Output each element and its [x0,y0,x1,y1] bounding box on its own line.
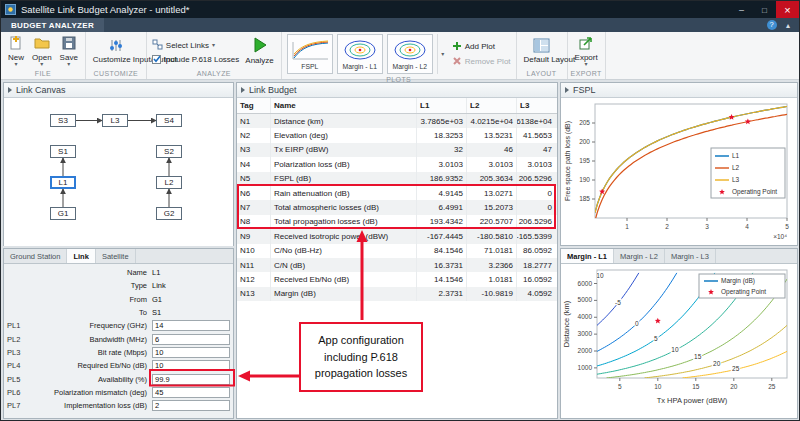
property-row: NameL1 [4,266,233,279]
canvas-node-s1[interactable]: S1 [50,145,76,158]
section-layout: Default Layout LAYOUT [517,32,568,79]
svg-text:4000: 4000 [578,313,593,320]
property-label: Name [33,268,152,277]
plots-gallery-expand-button[interactable] [437,34,448,74]
canvas-node-l3[interactable]: L3 [102,114,128,127]
budget-value: -10.9819 [467,287,517,301]
budget-row-n6[interactable]: N6Rain attenuation (dB)4.914513.02710 [237,186,557,200]
budget-cell: N2 [237,128,271,142]
property-value-type: Link [152,281,230,290]
svg-text:185: 185 [579,195,590,202]
property-value-frequency-ghz[interactable]: 14 [152,320,230,331]
svg-text:4: 4 [745,223,749,230]
budget-value: 206.5296 [517,215,555,229]
select-links-button[interactable]: Select Links [152,39,239,52]
default-layout-button[interactable]: Default Layout [522,37,562,66]
tab-margin-l1[interactable]: Margin - L1 [561,249,614,263]
property-value-required-eb-no-db[interactable]: 10 [152,360,230,371]
canvas-node-l2[interactable]: L2 [156,176,182,189]
property-value-availability[interactable]: 99.9 [152,374,230,385]
property-row: PL3Bit rate (Mbps)10 [4,346,233,359]
budget-value: 4.0215e+04 [467,114,517,128]
budget-row-n2[interactable]: N2Elevation (deg)18.325313.523141.5653 [237,128,557,142]
budget-row-n10[interactable]: N10C/No (dB-Hz)84.154671.018186.0592 [237,244,557,258]
budget-row-n13[interactable]: N13Margin (dB)2.3731-10.98194.0592 [237,287,557,301]
tab-satellite[interactable]: Satellite [96,249,136,263]
minimize-button[interactable] [730,1,753,18]
new-button[interactable]: New [6,34,26,68]
tab-margin-l3[interactable]: Margin - L3 [665,249,716,263]
canvas-node-s2[interactable]: S2 [156,145,182,158]
budget-row-n8[interactable]: N8Total propagation losses (dB)193.43422… [237,215,557,229]
contour-rings-icon [390,39,430,62]
canvas-node-g1[interactable]: G1 [50,207,76,220]
analyze-button[interactable]: Analyze [243,36,275,66]
canvas-node-l1[interactable]: L1 [50,176,76,189]
save-button[interactable]: Save [58,34,80,68]
include-p618-checkbox[interactable]: Include P.618 Losses [152,55,239,64]
close-button[interactable] [776,1,799,18]
budget-cell: N8 [237,215,271,229]
property-value-bit-rate-mbps[interactable]: 10 [152,347,230,358]
budget-value: 3.0103 [517,157,555,171]
budget-row-n9[interactable]: N9Received isotropic power (dBW)-167.444… [237,229,557,243]
window-title: Satellite Link Budget Analyzer - untitle… [21,4,730,15]
property-value-implementation-loss-db[interactable]: 2 [152,400,230,411]
budget-value: 14.1546 [417,272,467,286]
remove-plot-button[interactable]: Remove Plot [452,56,511,68]
budget-value: 0 [517,186,555,200]
help-button[interactable] [765,19,778,30]
budget-value: 32 [417,143,467,157]
tab-ground-station[interactable]: Ground Station [4,249,67,263]
property-value-polarization-mismatch-deg[interactable]: 45 [152,387,230,398]
tab-budget-analyzer[interactable]: BUDGET ANALYZER [1,18,104,32]
tab-margin-l2[interactable]: Margin - L2 [614,249,665,263]
link-budget-header[interactable]: Link Budget [237,83,557,98]
budget-value: 86.0592 [517,244,555,258]
budget-row-n4[interactable]: N4Polarization loss (dB)3.01033.01033.01… [237,157,557,171]
chevron-up-icon [786,21,790,30]
budget-row-n12[interactable]: N12Received Eb/No (dB)14.15461.018116.05… [237,272,557,286]
svg-text:15: 15 [692,383,700,390]
plot-thumb-fspl[interactable]: FSPL [287,34,333,74]
property-label: Implementation loss (dB) [33,401,152,410]
plot-thumb-margin-l2[interactable]: Margin - L2 [387,34,433,74]
budget-row-n3[interactable]: N3Tx EIRP (dBW)324647 [237,143,557,157]
customize-io-button[interactable]: Customize Input/Output [91,37,141,66]
plot-thumb-margin-l1[interactable]: Margin - L1 [337,34,383,74]
export-dropdown-icon [585,62,588,67]
property-value-bandwidth-mhz[interactable]: 6 [152,334,230,345]
canvas-node-g2[interactable]: G2 [156,207,182,220]
budget-row-n1[interactable]: N1Distance (km)3.7865e+034.0215e+043.613… [237,114,557,128]
canvas-node-s4[interactable]: S4 [156,114,182,127]
budget-row-n11[interactable]: N11C/N (dB)16.37313.236618.2777 [237,258,557,272]
budget-value: 2.3731 [417,287,467,301]
fspl-curves-icon [290,39,330,62]
budget-value: 46 [467,143,517,157]
tab-link[interactable]: Link [67,249,95,263]
property-row: TypeLink [4,279,233,292]
svg-text:6000: 6000 [578,280,593,287]
budget-cell: N5 [237,172,271,186]
layout-grid-icon [533,38,550,55]
link-canvas-panel: Link Canvas S3L3S4S1S2L1L2G1G2 [3,82,234,246]
budget-row-n5[interactable]: N5FSPL (dB)186.9352205.3634206.5296 [237,172,557,186]
budget-value: 3.0103 [417,157,467,171]
section-analyze: Select Links Include P.618 Losses Analyz… [147,32,282,79]
contour-rings-icon [340,39,380,62]
fspl-header[interactable]: FSPL [561,83,797,98]
svg-text:L3: L3 [732,176,740,183]
maximize-button[interactable] [753,1,776,18]
open-button[interactable]: Open [30,34,54,68]
link-canvas[interactable]: S3L3S4S1S2L1L2G1G2 [4,98,233,246]
svg-text:15: 15 [694,353,702,360]
link-canvas-header[interactable]: Link Canvas [4,83,233,98]
add-plot-button[interactable]: Add Plot [452,41,511,53]
select-links-dropdown-icon [212,43,215,48]
canvas-node-s3[interactable]: S3 [50,114,76,127]
budget-row-n7[interactable]: N7Total atmospheric losses (dB)6.499115.… [237,200,557,214]
close-icon [784,4,790,16]
export-button[interactable]: Export [573,34,600,68]
new-file-icon [8,35,24,52]
collapse-ribbon-button[interactable] [781,18,795,32]
